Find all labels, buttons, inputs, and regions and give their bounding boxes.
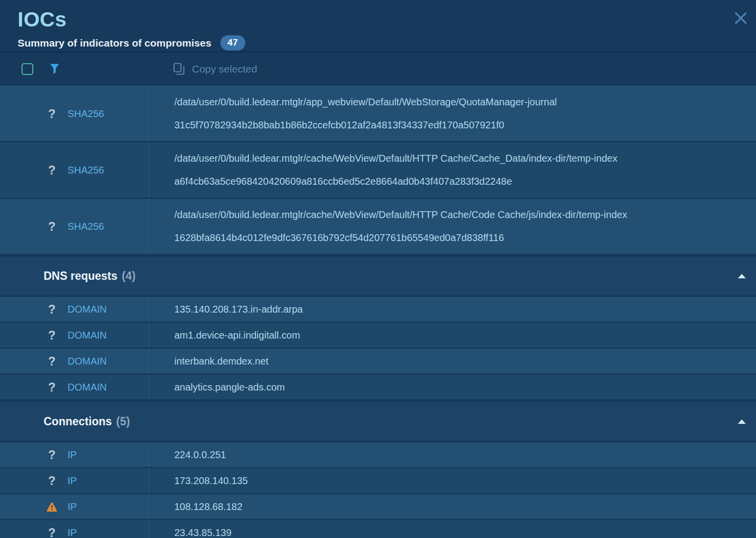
ioc-type-label: SHA256 xyxy=(68,165,104,176)
unknown-indicator-icon: ? xyxy=(47,328,57,342)
table-row[interactable]: ? DOMAIN 135.140.208.173.in-addr.arpa xyxy=(0,297,756,321)
ioc-ip-value: 224.0.0.251 xyxy=(174,443,756,466)
table-row[interactable]: ? IP 23.43.85.139 xyxy=(0,520,756,538)
ioc-ip-value: 108.128.68.182 xyxy=(174,495,756,518)
table-row[interactable]: ? DOMAIN interbank.demdex.net xyxy=(0,349,756,373)
close-button[interactable] xyxy=(732,10,749,26)
table-row[interactable]: ? SHA256 /data/user/0/build.ledear.mtglr… xyxy=(0,86,756,141)
unknown-indicator-icon: ? xyxy=(47,448,57,462)
page-title: IOCs xyxy=(18,9,738,30)
unknown-indicator-icon: ? xyxy=(47,354,57,368)
ioc-file-path: /data/user/0/build.ledear.mtglr/cache/We… xyxy=(174,147,756,170)
table-row[interactable]: ? SHA256 /data/user/0/build.ledear.mtglr… xyxy=(0,199,756,254)
filter-funnel-icon xyxy=(50,64,59,74)
ioc-file-path: /data/user/0/build.ledear.mtglr/cache/We… xyxy=(174,203,756,226)
ioc-type-label: DOMAIN xyxy=(68,382,107,393)
warning-triangle-icon xyxy=(47,502,57,512)
ioc-type-label: DOMAIN xyxy=(68,356,107,367)
table-row[interactable]: ? IP 224.0.0.251 xyxy=(0,442,756,467)
unknown-indicator-icon: ? xyxy=(47,302,57,317)
ioc-domain-value: interbank.demdex.net xyxy=(174,350,756,373)
close-icon xyxy=(734,11,748,25)
page-subtitle: Summary of indicators of compromises xyxy=(18,37,212,49)
unknown-indicator-icon: ? xyxy=(47,474,57,488)
unknown-indicator-icon: ? xyxy=(47,107,57,121)
ioc-type-label: IP xyxy=(68,527,77,538)
ioc-hash-value: a6f4cb63a5ce968420420609a816ccb6ed5c2e86… xyxy=(174,170,756,193)
ioc-type-label: IP xyxy=(68,501,77,513)
ioc-domain-value: analytics.pangle-ads.com xyxy=(174,376,756,399)
unknown-indicator-icon: ? xyxy=(47,220,57,234)
filter-button[interactable] xyxy=(48,63,60,75)
table-row[interactable]: IP 108.128.68.182 xyxy=(0,494,756,519)
section-title: DNS requests xyxy=(44,269,118,283)
ioc-type-label: DOMAIN xyxy=(68,330,107,341)
unknown-indicator-icon: ? xyxy=(47,526,57,538)
collapse-caret-icon[interactable] xyxy=(738,419,746,424)
section-count: (5) xyxy=(116,415,130,428)
ioc-type-label: DOMAIN xyxy=(68,304,107,315)
table-row[interactable]: ? DOMAIN analytics.pangle-ads.com xyxy=(0,375,756,399)
table-row[interactable]: ? IP 173.208.140.135 xyxy=(0,468,756,493)
copy-selected-button[interactable]: Copy selected xyxy=(173,63,257,75)
select-all-checkbox[interactable] xyxy=(22,63,33,75)
section-title: Connections xyxy=(44,415,112,428)
ioc-domain-value: 135.140.208.173.in-addr.arpa xyxy=(174,298,756,321)
ioc-count-badge: 47 xyxy=(220,35,245,50)
collapse-caret-icon[interactable] xyxy=(738,274,746,278)
ioc-type-label: IP xyxy=(68,449,77,461)
ioc-list: ? SHA256 /data/user/0/build.ledear.mtglr… xyxy=(0,86,756,538)
ioc-type-label: IP xyxy=(68,475,77,487)
ioc-hash-value: 31c5f70782934b2b8bab1b86b2ccefcb012af2a4… xyxy=(174,114,756,137)
ioc-ip-value: 23.43.85.139 xyxy=(174,521,756,538)
ioc-hash-value: 1628bfa8614b4c012fe9dfc367616b792cf54d20… xyxy=(174,226,756,249)
ioc-ip-value: 173.208.140.135 xyxy=(174,469,756,492)
ioc-file-path: /data/user/0/build.ledear.mtglr/app_webv… xyxy=(174,91,756,114)
table-row[interactable]: ? SHA256 /data/user/0/build.ledear.mtglr… xyxy=(0,143,756,197)
unknown-indicator-icon: ? xyxy=(47,380,57,394)
unknown-indicator-icon: ? xyxy=(47,163,57,177)
ioc-type-label: SHA256 xyxy=(68,108,104,120)
iocs-panel-header: IOCs Summary of indicators of compromise… xyxy=(0,0,756,52)
copy-icon xyxy=(173,63,185,75)
ioc-toolbar: Copy selected xyxy=(0,52,756,86)
section-header-connections[interactable]: Connections (5) xyxy=(0,402,756,440)
section-count: (4) xyxy=(122,269,136,283)
ioc-type-label: SHA256 xyxy=(68,221,104,232)
table-row[interactable]: ? DOMAIN am1.device-api.indigitall.com xyxy=(0,323,756,347)
copy-selected-label: Copy selected xyxy=(192,63,257,75)
section-header-dns-requests[interactable]: DNS requests (4) xyxy=(0,257,756,295)
ioc-domain-value: am1.device-api.indigitall.com xyxy=(174,324,756,347)
